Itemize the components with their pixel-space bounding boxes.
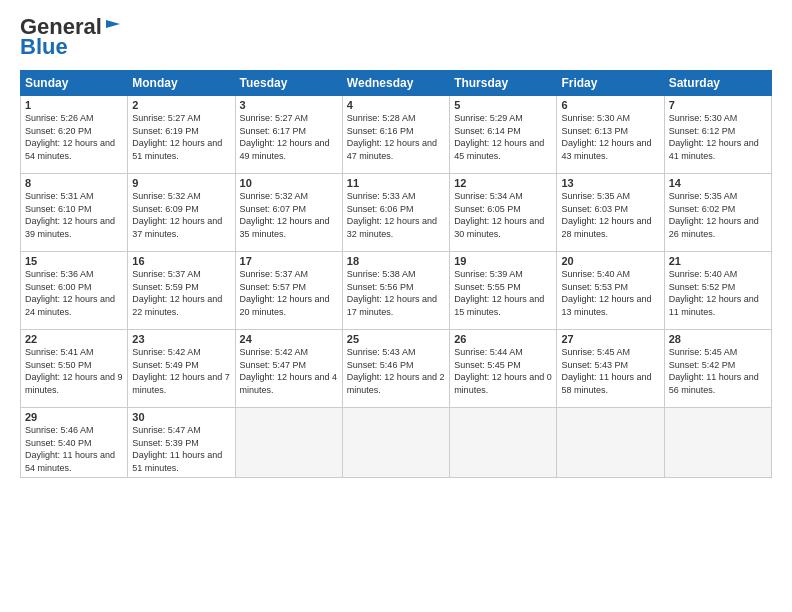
day-number: 24	[240, 333, 338, 345]
day-info: Sunrise: 5:32 AMSunset: 6:07 PMDaylight:…	[240, 190, 338, 240]
day-number: 5	[454, 99, 552, 111]
calendar-day-cell: 13Sunrise: 5:35 AMSunset: 6:03 PMDayligh…	[557, 174, 664, 252]
calendar-day-cell: 7Sunrise: 5:30 AMSunset: 6:12 PMDaylight…	[664, 96, 771, 174]
page: General Blue SundayMondayTuesdayWednesda…	[0, 0, 792, 612]
svg-marker-0	[106, 20, 120, 28]
day-info: Sunrise: 5:28 AMSunset: 6:16 PMDaylight:…	[347, 112, 445, 162]
weekday-header-friday: Friday	[557, 71, 664, 96]
calendar-day-cell: 12Sunrise: 5:34 AMSunset: 6:05 PMDayligh…	[450, 174, 557, 252]
calendar-table: SundayMondayTuesdayWednesdayThursdayFrid…	[20, 70, 772, 478]
day-number: 17	[240, 255, 338, 267]
day-info: Sunrise: 5:40 AMSunset: 5:52 PMDaylight:…	[669, 268, 767, 318]
day-info: Sunrise: 5:46 AMSunset: 5:40 PMDaylight:…	[25, 424, 123, 474]
calendar-day-cell: 6Sunrise: 5:30 AMSunset: 6:13 PMDaylight…	[557, 96, 664, 174]
calendar-day-cell: 26Sunrise: 5:44 AMSunset: 5:45 PMDayligh…	[450, 330, 557, 408]
weekday-header-monday: Monday	[128, 71, 235, 96]
weekday-header-tuesday: Tuesday	[235, 71, 342, 96]
calendar-day-cell: 10Sunrise: 5:32 AMSunset: 6:07 PMDayligh…	[235, 174, 342, 252]
day-info: Sunrise: 5:39 AMSunset: 5:55 PMDaylight:…	[454, 268, 552, 318]
calendar-day-cell: 16Sunrise: 5:37 AMSunset: 5:59 PMDayligh…	[128, 252, 235, 330]
day-number: 22	[25, 333, 123, 345]
day-number: 2	[132, 99, 230, 111]
calendar-day-cell	[450, 408, 557, 478]
weekday-header-thursday: Thursday	[450, 71, 557, 96]
calendar-day-cell	[342, 408, 449, 478]
day-info: Sunrise: 5:34 AMSunset: 6:05 PMDaylight:…	[454, 190, 552, 240]
day-number: 18	[347, 255, 445, 267]
day-info: Sunrise: 5:38 AMSunset: 5:56 PMDaylight:…	[347, 268, 445, 318]
calendar-day-cell: 18Sunrise: 5:38 AMSunset: 5:56 PMDayligh…	[342, 252, 449, 330]
day-number: 28	[669, 333, 767, 345]
day-info: Sunrise: 5:37 AMSunset: 5:59 PMDaylight:…	[132, 268, 230, 318]
calendar-day-cell: 17Sunrise: 5:37 AMSunset: 5:57 PMDayligh…	[235, 252, 342, 330]
calendar-day-cell: 4Sunrise: 5:28 AMSunset: 6:16 PMDaylight…	[342, 96, 449, 174]
calendar-week-row: 1Sunrise: 5:26 AMSunset: 6:20 PMDaylight…	[21, 96, 772, 174]
calendar-day-cell	[235, 408, 342, 478]
day-number: 4	[347, 99, 445, 111]
day-number: 9	[132, 177, 230, 189]
day-info: Sunrise: 5:27 AMSunset: 6:17 PMDaylight:…	[240, 112, 338, 162]
day-number: 1	[25, 99, 123, 111]
day-number: 23	[132, 333, 230, 345]
calendar-week-row: 8Sunrise: 5:31 AMSunset: 6:10 PMDaylight…	[21, 174, 772, 252]
day-info: Sunrise: 5:43 AMSunset: 5:46 PMDaylight:…	[347, 346, 445, 396]
calendar-day-cell: 23Sunrise: 5:42 AMSunset: 5:49 PMDayligh…	[128, 330, 235, 408]
day-info: Sunrise: 5:45 AMSunset: 5:42 PMDaylight:…	[669, 346, 767, 396]
header: General Blue	[20, 16, 772, 60]
day-info: Sunrise: 5:40 AMSunset: 5:53 PMDaylight:…	[561, 268, 659, 318]
calendar-day-cell: 20Sunrise: 5:40 AMSunset: 5:53 PMDayligh…	[557, 252, 664, 330]
day-number: 15	[25, 255, 123, 267]
day-info: Sunrise: 5:37 AMSunset: 5:57 PMDaylight:…	[240, 268, 338, 318]
calendar-day-cell: 24Sunrise: 5:42 AMSunset: 5:47 PMDayligh…	[235, 330, 342, 408]
calendar-day-cell: 30Sunrise: 5:47 AMSunset: 5:39 PMDayligh…	[128, 408, 235, 478]
day-number: 14	[669, 177, 767, 189]
calendar-day-cell: 21Sunrise: 5:40 AMSunset: 5:52 PMDayligh…	[664, 252, 771, 330]
calendar-day-cell: 29Sunrise: 5:46 AMSunset: 5:40 PMDayligh…	[21, 408, 128, 478]
day-info: Sunrise: 5:36 AMSunset: 6:00 PMDaylight:…	[25, 268, 123, 318]
calendar-day-cell: 5Sunrise: 5:29 AMSunset: 6:14 PMDaylight…	[450, 96, 557, 174]
day-number: 27	[561, 333, 659, 345]
day-number: 13	[561, 177, 659, 189]
calendar-day-cell: 2Sunrise: 5:27 AMSunset: 6:19 PMDaylight…	[128, 96, 235, 174]
calendar-day-cell: 27Sunrise: 5:45 AMSunset: 5:43 PMDayligh…	[557, 330, 664, 408]
calendar-day-cell: 1Sunrise: 5:26 AMSunset: 6:20 PMDaylight…	[21, 96, 128, 174]
calendar-day-cell: 14Sunrise: 5:35 AMSunset: 6:02 PMDayligh…	[664, 174, 771, 252]
calendar-day-cell: 9Sunrise: 5:32 AMSunset: 6:09 PMDaylight…	[128, 174, 235, 252]
weekday-header-saturday: Saturday	[664, 71, 771, 96]
day-number: 3	[240, 99, 338, 111]
day-info: Sunrise: 5:31 AMSunset: 6:10 PMDaylight:…	[25, 190, 123, 240]
day-info: Sunrise: 5:33 AMSunset: 6:06 PMDaylight:…	[347, 190, 445, 240]
weekday-header-wednesday: Wednesday	[342, 71, 449, 96]
weekday-header-sunday: Sunday	[21, 71, 128, 96]
day-info: Sunrise: 5:29 AMSunset: 6:14 PMDaylight:…	[454, 112, 552, 162]
day-number: 20	[561, 255, 659, 267]
day-info: Sunrise: 5:45 AMSunset: 5:43 PMDaylight:…	[561, 346, 659, 396]
day-number: 16	[132, 255, 230, 267]
calendar-day-cell: 11Sunrise: 5:33 AMSunset: 6:06 PMDayligh…	[342, 174, 449, 252]
day-info: Sunrise: 5:44 AMSunset: 5:45 PMDaylight:…	[454, 346, 552, 396]
calendar-day-cell	[664, 408, 771, 478]
day-info: Sunrise: 5:30 AMSunset: 6:13 PMDaylight:…	[561, 112, 659, 162]
calendar-day-cell	[557, 408, 664, 478]
day-info: Sunrise: 5:30 AMSunset: 6:12 PMDaylight:…	[669, 112, 767, 162]
day-number: 26	[454, 333, 552, 345]
day-number: 21	[669, 255, 767, 267]
day-number: 25	[347, 333, 445, 345]
calendar-body: 1Sunrise: 5:26 AMSunset: 6:20 PMDaylight…	[21, 96, 772, 478]
day-number: 30	[132, 411, 230, 423]
calendar-day-cell: 15Sunrise: 5:36 AMSunset: 6:00 PMDayligh…	[21, 252, 128, 330]
calendar-day-cell: 3Sunrise: 5:27 AMSunset: 6:17 PMDaylight…	[235, 96, 342, 174]
calendar-week-row: 15Sunrise: 5:36 AMSunset: 6:00 PMDayligh…	[21, 252, 772, 330]
day-info: Sunrise: 5:41 AMSunset: 5:50 PMDaylight:…	[25, 346, 123, 396]
calendar-day-cell: 25Sunrise: 5:43 AMSunset: 5:46 PMDayligh…	[342, 330, 449, 408]
logo-blue-text: Blue	[20, 34, 68, 60]
day-info: Sunrise: 5:27 AMSunset: 6:19 PMDaylight:…	[132, 112, 230, 162]
calendar-day-cell: 8Sunrise: 5:31 AMSunset: 6:10 PMDaylight…	[21, 174, 128, 252]
weekday-header-row: SundayMondayTuesdayWednesdayThursdayFrid…	[21, 71, 772, 96]
day-number: 12	[454, 177, 552, 189]
day-info: Sunrise: 5:42 AMSunset: 5:47 PMDaylight:…	[240, 346, 338, 396]
calendar-week-row: 22Sunrise: 5:41 AMSunset: 5:50 PMDayligh…	[21, 330, 772, 408]
day-number: 19	[454, 255, 552, 267]
day-info: Sunrise: 5:26 AMSunset: 6:20 PMDaylight:…	[25, 112, 123, 162]
day-number: 11	[347, 177, 445, 189]
